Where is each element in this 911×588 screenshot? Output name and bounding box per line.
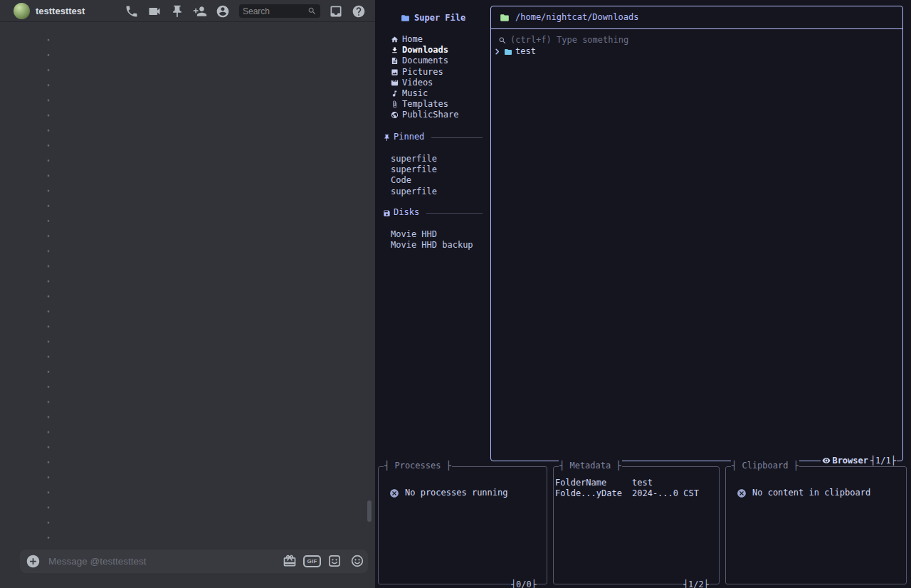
metadata-value: 2024-...0 CST [632,488,717,499]
message-input[interactable]: Message @testtesttest [48,550,147,573]
chat-scrollbar[interactable] [367,500,372,522]
metadata-value: test [632,478,717,488]
metadata-counter: ┤1/2├ [683,579,710,588]
user-profile-icon [216,4,230,19]
emoji-button[interactable] [350,554,364,568]
processes-empty-state: No processes running [389,488,547,498]
disk-item[interactable]: Movie HHD [391,229,488,240]
folder-icon [500,13,510,23]
pinned-messages-button[interactable] [169,4,185,19]
add-friends-button[interactable] [192,4,208,19]
emoji-icon [350,554,364,568]
sidebar-item-videos[interactable]: Videos [391,78,488,88]
file-search-placeholder: (ctrl+f) Type something [510,35,628,46]
search-icon [498,36,507,45]
pinned-list: superfile superfile Code superfile [391,154,488,197]
image-icon [391,68,399,76]
x-circle-icon [389,488,399,498]
app-title-text: Super File [414,13,465,23]
inbox-button[interactable] [328,4,344,19]
sidebar-item-publicshare[interactable]: PublicShare [391,110,488,120]
gift-button[interactable] [283,554,297,568]
pin-icon [383,134,391,142]
divider-line [431,137,483,138]
clipboard-panel: ┤ Clipboard ├ No content in clipboard [725,466,907,584]
chat-app: testtesttest Search Message @testtesttes… [0,0,375,588]
superfile-app: Super File Home Downloads Documents Pict… [375,0,911,588]
message-composer: Message @testtesttest GIF [20,550,368,573]
sticker-button[interactable] [327,554,342,568]
clipboard-empty-state: No content in clipboard [737,488,906,498]
sidebar-item-downloads[interactable]: Downloads [391,45,488,56]
sidebar-item-pictures[interactable]: Pictures [391,67,488,78]
current-path: /home/nightcat/Downloads [515,12,638,23]
search-input[interactable]: Search [239,4,320,18]
file-row[interactable]: test [493,46,900,57]
disk-item[interactable]: Movie HHD backup [391,240,488,251]
film-icon [391,79,399,87]
app-title: Super File [401,13,465,23]
globe-icon [391,111,399,119]
pinned-item[interactable]: Code [391,175,488,186]
file-name: test [515,46,536,57]
pinned-item[interactable]: superfile [391,187,488,197]
phone-icon [125,4,139,19]
music-note-icon [391,90,399,98]
metadata-key: Folde...yDate [555,488,632,499]
gift-icon [283,554,297,568]
metadata-panel: ┤ Metadata ├ FolderName test Folde...yDa… [553,466,720,584]
paperclip-icon [391,100,399,108]
sidebar-item-home[interactable]: Home [391,34,488,45]
panel-mode-badge: Browser [821,456,870,466]
gif-picker-button[interactable]: GIF [303,555,321,567]
file-panel: /home/nightcat/Downloads (ctrl+f) Type s… [490,6,903,461]
user-profile-button[interactable] [215,4,231,19]
processes-panel: ┤ Processes ├ No processes running ┤0/0├ [378,466,547,584]
voice-call-button[interactable] [124,4,139,19]
eye-icon [822,456,831,465]
video-camera-icon [147,4,162,19]
metadata-table: FolderName test Folde...yDate 2024-...0 … [555,478,717,499]
chat-header: testtesttest Search [0,0,375,22]
sidebar-nav: Home Downloads Documents Pictures Videos… [391,34,488,121]
disks-section-header: Disks [383,208,483,218]
search-icon [307,6,317,16]
metadata-key: FolderName [555,478,632,488]
app-logo-folder-icon [401,14,410,23]
processes-counter: ┤0/0├ [510,579,537,588]
sidebar-item-templates[interactable]: Templates [391,99,488,110]
clipboard-panel-title: ┤ Clipboard ├ [731,461,799,471]
sidebar-item-music[interactable]: Music [391,88,488,99]
pinned-item[interactable]: superfile [391,164,488,175]
x-circle-icon [737,488,747,498]
add-friend-icon [193,4,207,19]
path-bar: /home/nightcat/Downloads [491,6,902,29]
search-placeholder: Search [243,6,307,16]
download-icon [391,46,399,54]
processes-panel-title: ┤ Processes ├ [384,461,452,471]
chat-messages-area[interactable] [0,22,375,550]
home-icon [391,36,399,43]
video-call-button[interactable] [147,4,162,19]
disk-icon [383,209,391,217]
pinned-item[interactable]: superfile [391,154,488,164]
attach-button[interactable] [26,554,41,569]
metadata-panel-title: ┤ Metadata ├ [559,461,622,471]
user-avatar[interactable] [14,3,30,19]
chat-username: testtesttest [36,6,85,16]
divider-line [426,213,483,214]
pinned-section-header: Pinned [383,132,483,142]
disks-list: Movie HHD Movie HHD backup [391,229,488,251]
inbox-icon [329,4,343,19]
sidebar-item-documents[interactable]: Documents [391,56,488,66]
help-button[interactable] [351,4,367,19]
cursor-chevron-icon [493,48,501,56]
help-icon [352,4,366,19]
redacted-message-dots [47,37,50,540]
pin-icon [170,4,184,19]
document-icon [391,57,399,65]
sidebar: Super File Home Downloads Documents Pict… [375,0,490,463]
panel-page-counter: ┤1/1├ [870,456,897,466]
folder-icon [504,48,512,56]
file-search-input[interactable]: (ctrl+f) Type something [498,35,897,46]
